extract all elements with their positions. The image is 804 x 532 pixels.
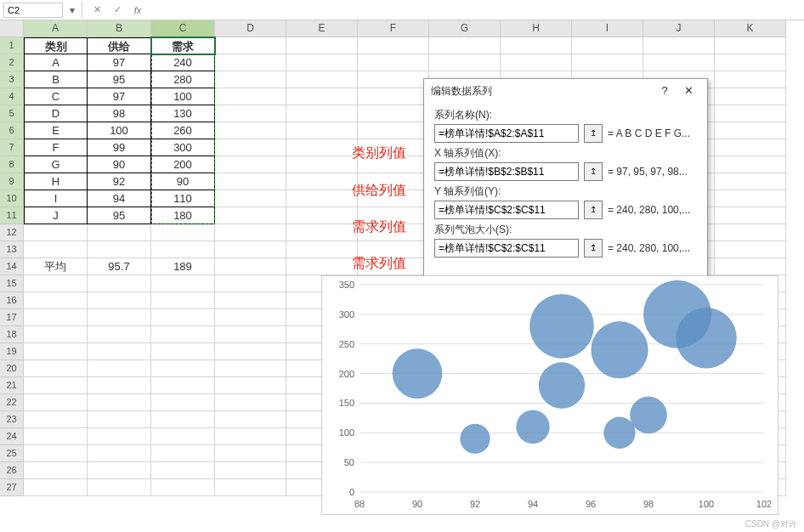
cell[interactable] xyxy=(88,292,151,309)
cell[interactable] xyxy=(88,462,151,479)
cell[interactable] xyxy=(286,207,358,224)
cell[interactable] xyxy=(501,37,572,54)
cell[interactable] xyxy=(715,241,786,258)
cell[interactable] xyxy=(715,190,786,207)
row-header[interactable]: 14 xyxy=(0,258,24,275)
cell[interactable] xyxy=(643,54,715,71)
y-values-input[interactable] xyxy=(434,201,579,219)
row-header[interactable]: 16 xyxy=(0,292,24,309)
cell[interactable] xyxy=(215,71,286,88)
cell[interactable] xyxy=(24,462,88,479)
cell[interactable] xyxy=(24,224,88,241)
formula-cancel-icon[interactable]: ✕ xyxy=(88,4,105,15)
cell[interactable] xyxy=(151,292,215,309)
row-header[interactable]: 2 xyxy=(0,54,24,71)
cell[interactable] xyxy=(215,428,286,445)
cell[interactable]: 98 xyxy=(88,105,151,122)
cell[interactable]: 100 xyxy=(88,122,151,139)
cell[interactable] xyxy=(88,343,151,360)
cell[interactable] xyxy=(24,360,88,377)
row-header[interactable]: 6 xyxy=(0,122,24,139)
col-header-h[interactable]: H xyxy=(501,20,572,37)
cell[interactable] xyxy=(215,394,286,411)
cell[interactable] xyxy=(215,292,286,309)
cell[interactable] xyxy=(286,190,358,207)
cell[interactable]: 97 xyxy=(88,88,151,105)
cell[interactable]: 94 xyxy=(88,190,151,207)
cell[interactable] xyxy=(215,326,286,343)
cell[interactable] xyxy=(88,411,151,428)
cell[interactable] xyxy=(215,275,286,292)
cell[interactable] xyxy=(24,241,88,258)
row-header[interactable]: 24 xyxy=(0,428,24,445)
cell[interactable] xyxy=(215,343,286,360)
name-box-dropdown-icon[interactable]: ▾ xyxy=(66,4,78,16)
cell[interactable] xyxy=(215,360,286,377)
cell[interactable] xyxy=(151,360,215,377)
cell[interactable]: 需求 xyxy=(151,37,215,54)
cell[interactable] xyxy=(286,54,358,71)
cell[interactable]: 90 xyxy=(88,156,151,173)
cell[interactable] xyxy=(715,71,786,88)
col-header-j[interactable]: J xyxy=(643,20,715,37)
cell[interactable] xyxy=(715,207,786,224)
cell[interactable] xyxy=(151,224,215,241)
cell[interactable] xyxy=(715,156,786,173)
cell[interactable]: I xyxy=(24,190,88,207)
cell[interactable]: 180 xyxy=(151,207,215,224)
cell[interactable] xyxy=(24,309,88,326)
fx-icon[interactable]: fx xyxy=(129,5,146,15)
formula-enter-icon[interactable]: ✓ xyxy=(109,4,126,15)
cell[interactable] xyxy=(715,105,786,122)
row-header[interactable]: 5 xyxy=(0,105,24,122)
cell[interactable]: 平均 xyxy=(24,258,88,275)
cell[interactable] xyxy=(429,37,501,54)
cell[interactable]: F xyxy=(24,139,88,156)
cell[interactable] xyxy=(215,462,286,479)
row-header[interactable]: 8 xyxy=(0,156,24,173)
cell[interactable] xyxy=(215,173,286,190)
col-header-e[interactable]: E xyxy=(286,20,358,37)
cell[interactable] xyxy=(151,445,215,462)
cell[interactable]: 95.7 xyxy=(88,258,151,275)
row-header[interactable]: 17 xyxy=(0,309,24,326)
cell[interactable] xyxy=(215,224,286,241)
cell[interactable] xyxy=(88,309,151,326)
cell[interactable] xyxy=(24,394,88,411)
row-header[interactable]: 7 xyxy=(0,139,24,156)
cell[interactable] xyxy=(24,292,88,309)
col-header-g[interactable]: G xyxy=(429,20,501,37)
cell[interactable]: A xyxy=(24,54,88,71)
cell[interactable] xyxy=(358,71,429,88)
row-header[interactable]: 11 xyxy=(0,207,24,224)
cell[interactable] xyxy=(358,37,429,54)
cell[interactable] xyxy=(24,343,88,360)
bubble-chart[interactable]: 050100150200250300350889092949698100102 xyxy=(321,275,779,515)
cell[interactable] xyxy=(286,224,358,241)
refedit-icon[interactable]: ↥ xyxy=(584,201,603,219)
cell[interactable] xyxy=(286,88,358,105)
cell[interactable] xyxy=(572,37,643,54)
cell[interactable] xyxy=(151,275,215,292)
cell[interactable] xyxy=(358,122,429,139)
col-header-i[interactable]: I xyxy=(572,20,643,37)
cell[interactable]: 260 xyxy=(151,122,215,139)
row-header[interactable]: 18 xyxy=(0,326,24,343)
col-header-f[interactable]: F xyxy=(358,20,429,37)
cell[interactable] xyxy=(286,258,358,275)
row-header[interactable]: 1 xyxy=(0,37,24,54)
refedit-icon[interactable]: ↥ xyxy=(584,124,603,143)
cell[interactable]: 类别 xyxy=(24,37,88,54)
cell[interactable] xyxy=(286,122,358,139)
row-header[interactable]: 12 xyxy=(0,224,24,241)
cell[interactable] xyxy=(715,88,786,105)
cell[interactable] xyxy=(24,428,88,445)
cell[interactable] xyxy=(215,258,286,275)
cell[interactable]: 280 xyxy=(151,71,215,88)
row-header[interactable]: 22 xyxy=(0,394,24,411)
cell[interactable] xyxy=(24,326,88,343)
cell[interactable] xyxy=(24,275,88,292)
cell[interactable] xyxy=(24,445,88,462)
cell[interactable]: B xyxy=(24,71,88,88)
cell[interactable] xyxy=(215,207,286,224)
